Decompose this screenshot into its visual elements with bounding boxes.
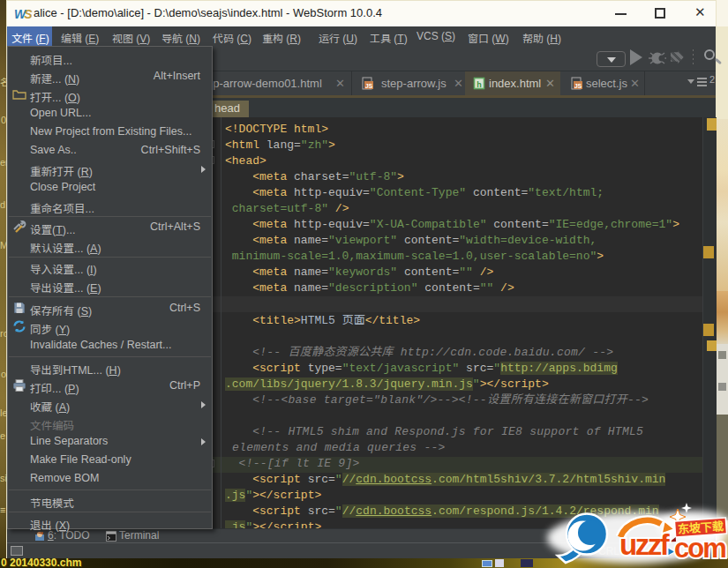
svg-text:h: h bbox=[477, 80, 482, 89]
svg-text:com: com bbox=[674, 533, 725, 564]
svg-text:JS: JS bbox=[365, 83, 373, 89]
svg-text:JS: JS bbox=[574, 83, 582, 89]
svg-text:uzzf: uzzf bbox=[619, 528, 671, 561]
